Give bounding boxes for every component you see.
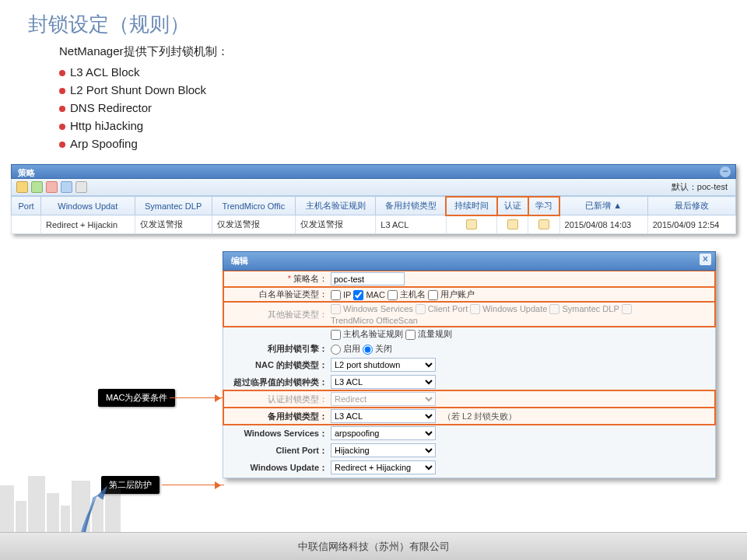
cell[interactable] (446, 215, 496, 234)
intro-text: NetManager提供下列封锁机制： (59, 44, 747, 59)
th-port[interactable]: Port (12, 197, 41, 215)
toolbar: 默认：poc-test (11, 179, 736, 196)
label-wu: Windows Update： (230, 462, 331, 474)
arrow-l2 (162, 485, 224, 485)
label-cp: Client Port： (230, 445, 331, 457)
bullet-item: L3 ACL Block (59, 65, 747, 79)
label-name: 策略名： (230, 273, 331, 285)
th-created[interactable]: 已新增 ▲ (559, 197, 647, 215)
th-duration[interactable]: 持续时间 (446, 197, 496, 215)
opt-ip: IP (343, 290, 351, 299)
row-engine: 利用封锁引擎： 启用 关闭 (223, 341, 715, 356)
label-auth: 认证封锁类型： (230, 394, 331, 405)
radio-on[interactable] (331, 345, 341, 355)
opt: 主机名验证规则 (343, 328, 403, 340)
label-engine: 利用封锁引擎： (230, 343, 331, 355)
tb-delete-icon[interactable] (46, 181, 58, 193)
ck-wu (470, 304, 480, 314)
cell (12, 215, 41, 234)
sel-auth: Redirect (331, 392, 436, 406)
row-other: 其他验证类型： Windows Services Client Port Win… (223, 302, 715, 327)
bullet-list: L3 ACL Block L2 Port Shunt Down Block DN… (59, 65, 747, 150)
ck-mac[interactable] (353, 290, 363, 300)
ck-ip[interactable] (331, 290, 341, 300)
th-learn[interactable]: 学习 (528, 197, 559, 215)
radio-off[interactable] (363, 345, 373, 355)
edit-icon[interactable] (507, 219, 518, 229)
row-ws: Windows Services： arpspoofing (223, 425, 715, 442)
label-over: 超过临界值的封锁种类： (230, 376, 331, 388)
th-auth[interactable]: 认证 (497, 197, 528, 215)
th-tm[interactable]: TrendMicro Offic (212, 197, 295, 215)
dialog-title: 编辑 (231, 256, 248, 265)
cell: 仅发送警报 (296, 215, 376, 234)
ck-user[interactable] (428, 290, 438, 300)
sel-wu[interactable]: Redirect + Hijacking (331, 460, 436, 474)
edit-icon[interactable] (466, 219, 477, 229)
opt: Windows Update (482, 304, 547, 313)
row-cp: Client Port： Hijacking (223, 442, 715, 459)
th-backup[interactable]: 备用封锁类型 (376, 197, 447, 215)
ck-host[interactable] (388, 290, 398, 300)
strategy-panel: 策略 − 默认：poc-test Port Windows Updat Syma… (11, 164, 736, 234)
callout-mac: MAC为必要条件 (98, 389, 175, 407)
table-row[interactable]: Redirect + Hijackin 仅发送警报 仅发送警报 仅发送警报 L3… (12, 215, 736, 234)
edit-dialog: 编辑 × 策略名： 白名单验证类型： IP MAC 主机名 用户账户 其他验证类… (223, 251, 716, 478)
cell[interactable] (528, 215, 559, 234)
cell[interactable] (497, 215, 528, 234)
bullet-item: DNS Redirector (59, 101, 747, 114)
opt: Client Port (428, 304, 468, 313)
table-header-row: Port Windows Updat Symantec DLP TrendMic… (12, 197, 736, 215)
label-other: 其他验证类型： (230, 309, 331, 320)
opt: TrendMicro OfficeScan (331, 316, 418, 325)
opt: Windows Services (343, 304, 413, 313)
sel-over[interactable]: L3 ACL (331, 375, 436, 389)
opt-user: 用户账户 (440, 289, 475, 300)
label-nac: NAC 的封锁类型： (230, 359, 331, 371)
tb-edit-icon[interactable] (31, 181, 43, 193)
sel-backup[interactable]: L3 ACL (331, 409, 436, 423)
row-auth: 认证封锁类型： Redirect (223, 390, 715, 408)
dialog-header[interactable]: 编辑 × (223, 251, 716, 271)
callout-l2: 第二层防护 (101, 476, 160, 494)
row-nac: NAC 的封锁类型： L2 port shutdown (223, 356, 715, 373)
th-winupd[interactable]: Windows Updat (41, 197, 135, 215)
ck-traffic[interactable] (405, 330, 416, 340)
th-hostrule[interactable]: 主机名验证规则 (296, 197, 376, 215)
cell: 2015/04/08 14:03 (559, 215, 647, 234)
ck-ws (331, 304, 341, 314)
th-sym[interactable]: Symantec DLP (135, 197, 212, 215)
minimize-icon[interactable]: − (720, 166, 731, 177)
ck-cp (416, 304, 426, 314)
sel-ws[interactable]: arpspoofing (331, 426, 436, 440)
name-input[interactable] (331, 272, 405, 285)
sel-nac[interactable]: L2 port shutdown (331, 358, 436, 372)
ck-tm (622, 304, 632, 314)
sel-cp[interactable]: Hijacking (331, 443, 436, 457)
opt-mac: MAC (366, 290, 384, 299)
tb-copy-icon[interactable] (61, 181, 72, 193)
row-over: 超过临界值的封锁种类： L3 ACL (223, 373, 715, 390)
default-label: 默认：poc-test (672, 181, 728, 193)
cell: 2015/04/09 12:54 (647, 215, 735, 234)
ck-hostrule[interactable] (331, 330, 341, 340)
cell: Redirect + Hijackin (41, 215, 135, 234)
row-sub: 主机名验证规则 流量规则 (223, 327, 715, 341)
opt: Symantec DLP (562, 304, 619, 313)
cell: 仅发送警报 (135, 215, 212, 234)
slide-body: NetManager提供下列封锁机制： L3 ACL Block L2 Port… (0, 38, 747, 150)
strategy-table: Port Windows Updat Symantec DLP TrendMic… (11, 196, 736, 234)
edit-icon[interactable] (538, 219, 549, 229)
opt-host: 主机名 (400, 289, 426, 300)
bullet-item: L2 Port Shunt Down Block (59, 83, 747, 96)
tb-print-icon[interactable] (75, 181, 87, 193)
close-icon[interactable]: × (700, 254, 711, 265)
page-title: 封锁设定（规则） (0, 0, 747, 38)
opt-on: 启用 (343, 343, 360, 355)
ck-sym (549, 304, 559, 314)
th-modified[interactable]: 最后修改 (647, 197, 735, 215)
bullet-item: Arp Spoofing (59, 137, 747, 150)
tb-new-icon[interactable] (16, 181, 28, 193)
arrow-mac (170, 397, 224, 398)
opt: 流量规则 (418, 328, 452, 340)
